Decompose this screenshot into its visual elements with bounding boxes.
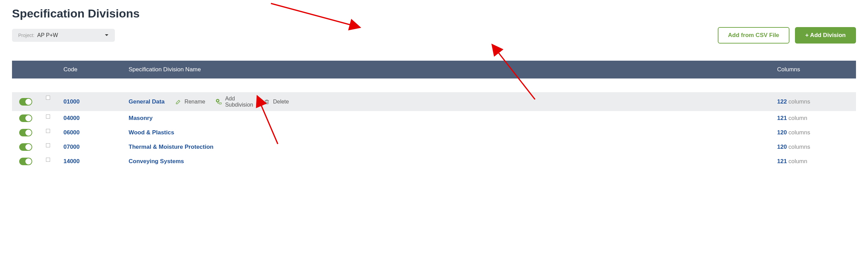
rename-button[interactable]: Rename [175, 98, 205, 105]
page-title: Specification Divisions [12, 7, 856, 20]
enable-toggle[interactable] [19, 114, 32, 122]
add-subdivision-icon [215, 98, 222, 105]
project-picker-value: AP P+W [37, 32, 58, 38]
division-name-link[interactable]: Wood & Plastics [129, 129, 174, 136]
enable-toggle[interactable] [19, 143, 32, 151]
header-columns: Columns [777, 66, 856, 73]
division-code-link[interactable]: 01000 [63, 98, 80, 105]
enable-toggle[interactable] [19, 158, 32, 165]
division-name-link[interactable]: General Data [129, 98, 165, 105]
add-from-csv-button[interactable]: Add from CSV File [718, 27, 789, 44]
enable-toggle[interactable] [19, 129, 32, 136]
columns-unit: column [788, 115, 807, 121]
table-row: 07000Thermal & Moisture Protection120 co… [12, 140, 856, 154]
columns-unit: columns [788, 129, 810, 136]
columns-link[interactable]: 121 column [777, 115, 856, 122]
columns-link[interactable]: 120 columns [777, 144, 856, 150]
columns-unit: columns [788, 144, 810, 150]
top-bar: Project: AP P+W Add from CSV File + Add … [12, 27, 856, 44]
rename-label: Rename [185, 99, 205, 105]
expand-box[interactable] [46, 96, 50, 100]
columns-link[interactable]: 120 columns [777, 129, 856, 136]
division-name-link[interactable]: Conveying Systems [129, 158, 184, 165]
table-header: Code Specification Division Name Columns [12, 61, 856, 78]
division-name-link[interactable]: Thermal & Moisture Protection [129, 144, 213, 150]
columns-count: 121 [777, 158, 787, 165]
columns-unit: columns [788, 98, 810, 105]
header-name: Specification Division Name [129, 66, 777, 73]
pencil-icon [175, 98, 182, 105]
add-subdivision-button[interactable]: AddSubdivision [215, 96, 253, 108]
columns-link[interactable]: 122 columns [777, 98, 856, 105]
expand-box[interactable] [46, 143, 50, 147]
divisions-table: Code Specification Division Name Columns… [12, 61, 856, 169]
columns-unit: column [788, 158, 807, 165]
enable-toggle[interactable] [19, 98, 32, 106]
division-code-link[interactable]: 04000 [63, 115, 80, 121]
add-subdivision-label: AddSubdivision [225, 96, 253, 108]
division-name-link[interactable]: Masonry [129, 115, 153, 122]
delete-label: Delete [273, 99, 289, 105]
columns-count: 121 [777, 115, 787, 121]
svg-rect-1 [219, 102, 222, 104]
project-picker[interactable]: Project: AP P+W [12, 29, 115, 42]
delete-button[interactable]: Delete [263, 98, 289, 105]
table-row: 04000Masonry121 column [12, 111, 856, 125]
division-code-link[interactable]: 07000 [63, 144, 80, 150]
table-row: 01000General DataRenameAddSubdivisionDel… [12, 92, 856, 111]
table-row: 06000Wood & Plastics120 columns [12, 125, 856, 140]
columns-count: 122 [777, 98, 787, 105]
expand-box[interactable] [46, 158, 50, 162]
expand-box[interactable] [46, 114, 50, 119]
header-code: Code [57, 66, 129, 73]
trash-icon [263, 98, 270, 105]
columns-link[interactable]: 121 column [777, 158, 856, 165]
columns-count: 120 [777, 129, 787, 136]
expand-box[interactable] [46, 129, 50, 133]
division-code-link[interactable]: 14000 [63, 158, 80, 165]
columns-count: 120 [777, 144, 787, 150]
table-row: 14000Conveying Systems121 column [12, 154, 856, 169]
action-buttons: Add from CSV File + Add Division [718, 27, 856, 44]
division-code-link[interactable]: 06000 [63, 129, 80, 136]
project-picker-label: Project: [18, 33, 34, 38]
add-division-button[interactable]: + Add Division [795, 27, 856, 44]
chevron-down-icon [105, 33, 109, 37]
